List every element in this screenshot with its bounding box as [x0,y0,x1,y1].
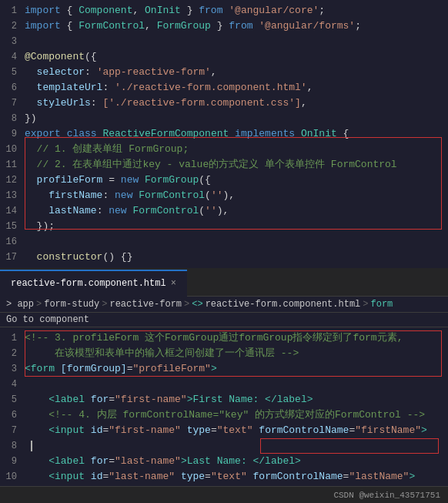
line: 6 templateUrl: './reactive-form.componen… [0,80,448,96]
line-number: 1 [0,3,25,18]
line-content: export class ReactiveFormComponent imple… [25,126,448,142]
breadcrumb-bar: > app > form-study > reactive-form > <> … [0,297,448,313]
line-content: // 1. 创建表单组 FormGroup; [25,142,448,157]
line-number: 11 [0,157,25,173]
line-number: 17 [0,250,25,265]
line-content: <input id="first-name" type="text" formC… [25,423,448,438]
line: 2import { FormControl, FormGroup } from … [0,18,448,34]
line-content: constructor() {} [25,250,448,265]
line-content: selector: 'app-reactive-form', [25,65,448,80]
line-content: firstName: new FormControl(''), [25,188,448,203]
line-content: <label for="last-name">Last Name: </labe… [25,454,448,469]
line-content: styleUrls: ['./reactive-form.component.c… [25,96,448,111]
line-number: 7 [0,96,25,111]
line-content: templateUrl: './reactive-form.component.… [25,80,448,96]
line-number: 5 [0,65,25,80]
active-tab[interactable]: reactive-form.component.html × [0,270,187,297]
line-number: 13 [0,188,25,203]
line-number: 10 [0,142,25,157]
bottom-code-lines: 1<!-- 3. profileForm 这个FormGroup通过formGr… [0,327,448,486]
line-content: import { FormControl, FormGroup } from '… [25,18,448,34]
line-content: }); [25,219,448,234]
line: 12 profileForm = new FormGroup({ [0,173,448,188]
editor-container: 1import { Component, OnInit } from '@ang… [0,0,448,503]
line-number: 15 [0,219,25,234]
breadcrumb-filename[interactable]: reactive-form.component.html [206,299,361,310]
line-number: 10 [0,469,25,485]
breadcrumb-form[interactable]: form [371,299,393,310]
line-content: @Component({ [25,49,448,65]
status-right: CSDN @weixin_43571751 [333,491,440,500]
line: 2 在该模型和表单中的输入框之间创建了一个通讯层 --> [0,346,448,361]
breadcrumb-sep4: > [363,299,368,310]
line-number: 4 [0,49,25,65]
line: 16 [0,234,448,250]
line: 9export class ReactiveFormComponent impl… [0,126,448,142]
line-content: <input id="last-name" type="text" formCo… [25,469,448,485]
line-number: 3 [0,361,25,377]
line: 17 constructor() {} [0,250,448,265]
top-editor: 1import { Component, OnInit } from '@ang… [0,0,448,268]
line: 3<form [formGroup]="profileForm"> [0,361,448,377]
line-number: 11 [0,485,25,486]
line-content: <!-- 3. profileForm 这个FormGroup通过formGro… [25,330,448,346]
line-content [25,34,448,49]
top-code-lines: 1import { Component, OnInit } from '@ang… [0,0,448,268]
breadcrumb-sep3: > [184,299,189,310]
line-number: 9 [0,126,25,142]
line-content: <label for="first-name">First Name: </la… [25,392,448,407]
line-number: 9 [0,454,25,469]
line-number: 5 [0,392,25,407]
breadcrumb-form-study[interactable]: form-study [44,299,99,310]
line-number: 16 [0,234,25,250]
line-content: import { Component, OnInit } from '@angu… [25,3,448,18]
line: 9 <label for="last-name">Last Name: </la… [0,454,448,469]
line: 7 styleUrls: ['./reactive-form.component… [0,96,448,111]
line-number: 8 [0,111,25,126]
line-content [25,485,448,486]
line: 1<!-- 3. profileForm 这个FormGroup通过formGr… [0,330,448,346]
line-number: 2 [0,346,25,361]
goto-label: Go to component [6,314,89,325]
bottom-editor: 1<!-- 3. profileForm 这个FormGroup通过formGr… [0,327,448,486]
line-content: profileForm = new FormGroup({ [25,173,448,188]
line: 3 [0,34,448,49]
line: 6 <!-- 4. 内层 formControlName="key" 的方式绑定… [0,407,448,423]
line-number: 6 [0,407,25,423]
line-content [25,377,448,392]
line: 15 }); [0,219,448,234]
status-bar: CSDN @weixin_43571751 [0,486,448,503]
line-number: 1 [0,330,25,346]
line: 4@Component({ [0,49,448,65]
line-number: 3 [0,34,25,49]
line-number: 12 [0,173,25,188]
line: 11 [0,485,448,486]
line-number: 2 [0,18,25,34]
breadcrumb-sep1: > [36,299,42,310]
line: 7 <input id="first-name" type="text" for… [0,423,448,438]
line-number: 8 [0,438,25,454]
breadcrumb-app[interactable]: > app [6,299,34,310]
line-number: 7 [0,423,25,438]
tab-filename: reactive-form.component.html [11,278,166,289]
breadcrumb-html-icon: <> [192,299,202,310]
line-number: 4 [0,377,25,392]
line-content: // 2. 在表单组中通过key - value的方式定义 单个表单控件 For… [25,157,448,173]
line: 11 // 2. 在表单组中通过key - value的方式定义 单个表单控件 … [0,157,448,173]
line: 5 <label for="first-name">First Name: </… [0,392,448,407]
line: 14 lastName: new FormControl(''), [0,203,448,219]
line: 13 firstName: new FormControl(''), [0,188,448,203]
tab-bar: reactive-form.component.html × [0,270,448,297]
breadcrumb-sep2: > [102,299,107,310]
cursor-bar [31,441,32,451]
line: 10 // 1. 创建表单组 FormGroup; [0,142,448,157]
line: 4 [0,377,448,392]
breadcrumb-reactive-form[interactable]: reactive-form [109,299,182,310]
line-content: <form [formGroup]="profileForm"> [25,361,448,377]
tab-close-icon[interactable]: × [171,278,176,289]
line: 5 selector: 'app-reactive-form', [0,65,448,80]
line-content [25,438,448,454]
goto-component[interactable]: Go to component [0,313,448,327]
line-content: lastName: new FormControl(''), [25,203,448,219]
line: 1import { Component, OnInit } from '@ang… [0,3,448,18]
